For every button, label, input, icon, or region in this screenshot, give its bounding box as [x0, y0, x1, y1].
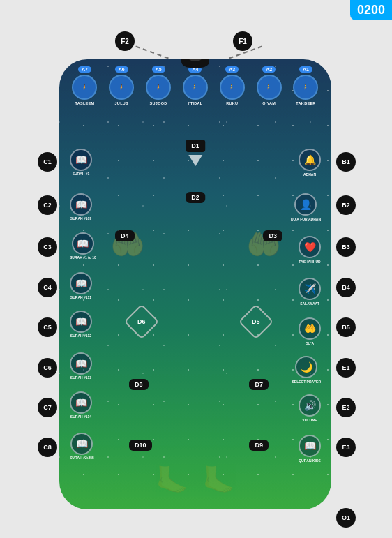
c4-label[interactable]: C4	[38, 278, 57, 297]
d10-button[interactable]: D10	[129, 440, 152, 451]
a7-label: TASLEEM	[75, 101, 94, 105]
f1-label[interactable]: F1	[233, 31, 252, 51]
btn-a4[interactable]: A4 🧎 I'TIDAL	[183, 66, 208, 105]
btn-a1[interactable]: A1 🧎 TAKBEER	[293, 66, 318, 105]
a7-icon: 🧎	[72, 75, 97, 100]
page-container: 0200 F2 F1 C1 C2 C3 C4 C5 C6 C7 C8 B1 B2…	[0, 0, 392, 538]
d7-badge: D7	[249, 379, 269, 390]
d1-triangle	[188, 155, 202, 166]
surah-c2[interactable]: 📖 SURAH #109	[70, 193, 92, 221]
b3-label[interactable]: B3	[336, 237, 356, 257]
top-badge: 0200	[350, 0, 392, 20]
a2-label: QIYAM	[262, 101, 276, 105]
surah-c6[interactable]: 📖 SURAH #113	[70, 352, 92, 380]
book-icon-c8: 📖	[76, 438, 88, 449]
c3-label[interactable]: C3	[38, 237, 57, 257]
btn-a7[interactable]: A7 🧎 TASLEEM	[72, 66, 97, 105]
d3-button[interactable]: D3	[263, 230, 282, 241]
surah-c5[interactable]: 📖 SURAH #112	[70, 311, 92, 338]
a6-icon: 🧎	[109, 75, 134, 100]
a2-badge: A2	[262, 66, 276, 73]
btn-a5[interactable]: A5 🧎 SUJOOD	[146, 66, 171, 105]
a1-icon: 🧎	[293, 75, 318, 100]
d5-button[interactable]: D5	[243, 309, 269, 334]
e1-label[interactable]: E1	[336, 358, 356, 378]
book-icon-c4: 📖	[75, 278, 87, 289]
speaker	[181, 59, 209, 68]
surah-c6-label: SURAH #113	[70, 375, 91, 380]
tashahhud-button[interactable]: ❤️ TASHAHHUD	[299, 236, 321, 264]
c2-label[interactable]: C2	[38, 195, 57, 215]
a6-label: JULUS	[115, 101, 129, 105]
dua-adhan-icon: 👤	[294, 193, 317, 216]
surah-c4[interactable]: 📖 SURAH #111	[70, 272, 92, 299]
surah-c5-circle: 📖	[70, 311, 92, 333]
d1-button[interactable]: D1	[186, 140, 205, 166]
c7-label[interactable]: C7	[38, 398, 57, 417]
salawaat-label: SALAWAAT	[300, 301, 319, 306]
book-icon-c7: 📖	[75, 397, 87, 408]
d8-button[interactable]: D8	[129, 379, 149, 390]
select-prayer-button[interactable]: 🌙 SELECT PRAYER	[292, 356, 322, 384]
d6-badge: D6	[124, 304, 160, 340]
d3-badge: D3	[263, 230, 282, 241]
c5-label[interactable]: C5	[38, 317, 57, 337]
surah-c4-circle: 📖	[70, 272, 92, 294]
tashahhud-icon: ❤️	[299, 236, 321, 258]
dua-adhan-button[interactable]: 👤 DU'A FOR ADHAN	[291, 193, 321, 221]
tashahhud-label: TASHAHHUD	[299, 260, 320, 264]
salawaat-button[interactable]: ✈️ SALAWAAT	[299, 278, 321, 306]
d2-button[interactable]: D2	[186, 192, 205, 203]
d6-button[interactable]: D6	[129, 309, 154, 334]
quran-button[interactable]: 📖 QURAN KIDS	[299, 435, 321, 463]
d6-inner: D6	[137, 318, 146, 325]
surah-c2-circle: 📖	[70, 193, 92, 216]
e3-label[interactable]: E3	[336, 438, 356, 457]
book-icon-c5: 📖	[75, 316, 87, 327]
a7-badge: A7	[78, 66, 91, 73]
d7-button[interactable]: D7	[249, 379, 269, 390]
btn-a2[interactable]: A2 🧎 QIYAM	[257, 66, 282, 105]
volume-button[interactable]: 🔊 VOLUME	[299, 394, 321, 422]
c6-label[interactable]: C6	[38, 358, 57, 378]
quran-label: QURAN KIDS	[299, 458, 321, 463]
c1-label[interactable]: C1	[38, 152, 57, 172]
hands-illustration: 🤲 🤲	[59, 213, 331, 276]
left-foot-icon: 🦶	[156, 465, 188, 495]
surah-c7[interactable]: 📖 SURAH #114	[70, 391, 92, 419]
d1-badge: D1	[186, 140, 205, 152]
surah-c2-label: SURAH #109	[70, 216, 91, 221]
b4-label[interactable]: B4	[336, 278, 356, 297]
b1-label[interactable]: B1	[336, 152, 356, 172]
d5-inner: D5	[252, 318, 260, 325]
d2-badge: D2	[186, 192, 205, 203]
surah-c1[interactable]: 📖 SURAH #1	[70, 149, 92, 176]
a4-label: I'TIDAL	[188, 101, 202, 105]
book-icon-c2: 📖	[75, 199, 87, 210]
btn-a6[interactable]: A6 🧎 JULUS	[109, 66, 134, 105]
a2-icon: 🧎	[257, 75, 282, 100]
d9-badge: D9	[249, 440, 269, 451]
dua-button[interactable]: 🤲 DU'A	[299, 317, 321, 345]
f2-label[interactable]: F2	[115, 31, 135, 51]
a6-badge: A6	[115, 66, 128, 73]
a1-badge: A1	[299, 66, 312, 73]
d4-button[interactable]: D4	[115, 230, 135, 241]
o1-label[interactable]: O1	[336, 508, 356, 528]
surah-c3[interactable]: 📖 SURAH #1 to 10	[70, 232, 96, 260]
d9-button[interactable]: D9	[249, 440, 269, 451]
select-prayer-label: SELECT PRAYER	[292, 380, 322, 384]
surah-c4-label: SURAH #111	[70, 295, 91, 299]
a5-icon: 🧎	[146, 75, 171, 100]
btn-a3[interactable]: A3 🧎 RUKU	[220, 66, 245, 105]
adhan-button[interactable]: 🔔 ADHAN	[299, 149, 321, 177]
adhan-icon: 🔔	[299, 149, 321, 171]
c8-label[interactable]: C8	[38, 438, 57, 457]
b5-label[interactable]: B5	[336, 317, 356, 337]
b2-label[interactable]: B2	[336, 195, 356, 215]
e2-label[interactable]: E2	[336, 398, 356, 417]
feet-illustration: 🦶 🦶	[156, 465, 235, 495]
top-button-row: A7 🧎 TASLEEM A6 🧎 JULUS A5 🧎 SUJOOD A4 🧎…	[66, 66, 324, 105]
a1-label: TAKBEER	[296, 101, 315, 105]
surah-c8[interactable]: 📖 SURAH #2:255	[70, 433, 94, 460]
